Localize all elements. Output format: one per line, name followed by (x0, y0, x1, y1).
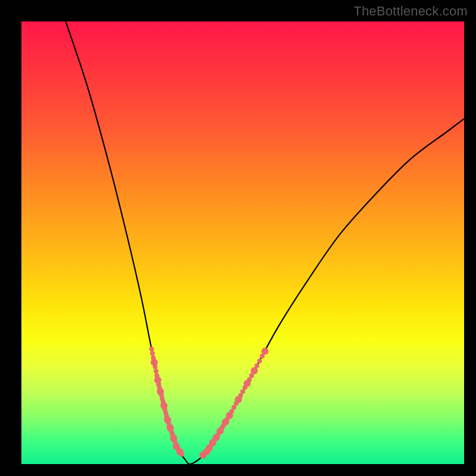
overlay-dot (255, 364, 259, 368)
overlay-dot (154, 369, 158, 374)
bottleneck-curve-path (65, 21, 464, 464)
overlay-dot (179, 452, 184, 457)
curve-svg (21, 21, 464, 464)
overlay-dot (231, 405, 236, 410)
overlay-dot (229, 409, 234, 414)
overlay-dot (153, 364, 158, 369)
dotted-overlay-right (199, 347, 268, 459)
dotted-overlay-left (149, 347, 184, 457)
watermark-text: TheBottleneck.com (353, 4, 468, 19)
overlay-dot (150, 351, 155, 356)
overlay-dot (247, 377, 252, 382)
overlay-dot (240, 389, 245, 394)
chart-stage: TheBottleneck.com (0, 0, 476, 476)
overlay-dot (257, 359, 262, 364)
overlay-dot (261, 347, 268, 355)
plot-area (21, 21, 464, 464)
overlay-dot (238, 393, 243, 398)
overlay-dot (149, 347, 154, 352)
